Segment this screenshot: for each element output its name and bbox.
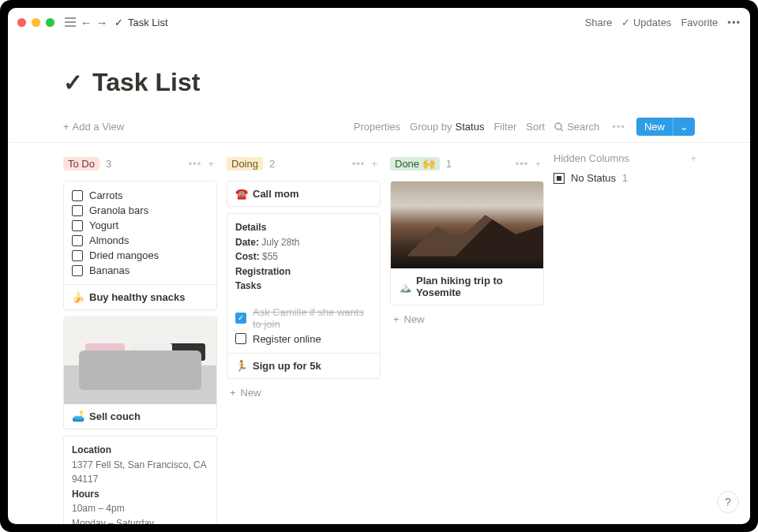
checkbox-checked-icon[interactable]: ✓: [235, 313, 246, 324]
view-more-icon[interactable]: •••: [609, 121, 629, 133]
column-done-label[interactable]: Done 🙌: [390, 157, 440, 170]
checklist-item-label: Bananas: [89, 264, 129, 276]
card-sell-couch[interactable]: 🛋️ Sell couch: [63, 317, 217, 429]
column-add-icon[interactable]: +: [368, 158, 381, 170]
page-title[interactable]: Task List: [92, 68, 200, 97]
cost-value: $55: [262, 251, 278, 262]
sidebar-toggle-icon[interactable]: [62, 17, 78, 27]
checkbox-icon[interactable]: [72, 235, 83, 246]
zoom-window-icon[interactable]: [46, 18, 54, 27]
add-card-button[interactable]: + New: [227, 379, 381, 406]
location-value: 1377 Fell St, San Francisco, CA 94117: [72, 458, 208, 487]
column-todo: To Do 3 ••• + CarrotsGranola barsYogurtA…: [63, 152, 217, 524]
subtask-label: Ask Camille if she wants to join: [253, 306, 372, 330]
phone-icon: ☎️: [235, 188, 248, 200]
favorite-button[interactable]: Favorite: [681, 17, 718, 28]
card-title: Buy healthy snacks: [89, 291, 185, 303]
help-button[interactable]: ?: [717, 491, 739, 513]
checklist-row[interactable]: Dried mangoes: [72, 248, 208, 263]
column-more-icon[interactable]: •••: [186, 158, 205, 170]
cost-label: Cost:: [235, 251, 260, 262]
couch-icon: 🛋️: [72, 410, 84, 422]
chevron-down-icon[interactable]: ⌄: [673, 118, 695, 136]
card-buy-snacks[interactable]: CarrotsGranola barsYogurtAlmondsDried ma…: [63, 181, 217, 310]
window-titlebar: ← → ✓ Task List Share ✓ Updates Favorite…: [8, 8, 750, 36]
checklist-row[interactable]: Yogurt: [72, 218, 208, 233]
nav-forward-icon[interactable]: →: [94, 16, 110, 29]
card-title: Sell couch: [89, 410, 141, 422]
checkbox-icon[interactable]: [72, 265, 83, 276]
add-card-label: New: [241, 387, 261, 399]
checkbox-icon[interactable]: [72, 205, 83, 216]
column-add-icon[interactable]: +: [531, 158, 544, 170]
checklist-item-label: Yogurt: [89, 219, 118, 231]
column-more-icon[interactable]: •••: [512, 158, 532, 170]
group-by-button[interactable]: Group by Status: [410, 121, 484, 133]
location-label: Location: [72, 443, 208, 458]
no-status-icon: [553, 173, 565, 184]
share-button[interactable]: Share: [585, 17, 613, 28]
column-add-icon[interactable]: +: [205, 158, 217, 170]
checkbox-icon[interactable]: [72, 220, 83, 231]
column-doing-label[interactable]: Doing: [227, 157, 263, 170]
nav-back-icon[interactable]: ←: [78, 16, 94, 29]
search-button[interactable]: Search: [554, 121, 599, 133]
no-status-label: No Status: [571, 172, 616, 184]
breadcrumb[interactable]: ✓ Task List: [114, 17, 168, 28]
registration-label: Registration: [235, 264, 372, 279]
add-card-label: New: [404, 313, 425, 325]
plus-icon: +: [230, 387, 236, 399]
hours-label: Hours: [72, 487, 208, 502]
card-sign-up-5k[interactable]: Details Date: July 28th Cost: $55 Regist…: [227, 213, 381, 379]
date-label: Date:: [235, 237, 259, 248]
mountain-icon: 🏔️: [399, 281, 411, 293]
column-more-icon[interactable]: •••: [349, 158, 369, 170]
traffic-lights: [17, 18, 54, 27]
svg-point-3: [555, 123, 561, 129]
minimize-window-icon[interactable]: [32, 18, 40, 27]
group-by-value: Status: [456, 121, 485, 133]
runner-icon: 🏃: [235, 360, 248, 372]
card-title: Plan hiking trip to Yosemite: [416, 275, 535, 298]
updates-button[interactable]: ✓ Updates: [621, 17, 671, 28]
properties-button[interactable]: Properties: [354, 121, 400, 133]
card-title: Call mom: [253, 188, 299, 200]
sort-button[interactable]: Sort: [526, 121, 545, 133]
checklist-row[interactable]: Granola bars: [72, 203, 208, 218]
column-done-count: 1: [446, 158, 452, 170]
search-label: Search: [567, 121, 599, 133]
filter-button[interactable]: Filter: [493, 121, 516, 133]
checklist-row[interactable]: Bananas: [72, 263, 208, 278]
checklist-item-label: Almonds: [89, 234, 129, 246]
hours-line-2: Monday – Saturday: [72, 516, 208, 524]
column-doing-count: 2: [269, 158, 275, 170]
checkbox-icon[interactable]: [72, 250, 83, 261]
more-menu-icon[interactable]: •••: [727, 17, 741, 28]
page-icon[interactable]: ✓: [63, 69, 83, 96]
tasks-label: Tasks: [235, 279, 372, 294]
add-card-button[interactable]: + New: [390, 305, 544, 333]
column-todo-label[interactable]: To Do: [63, 157, 99, 170]
plus-icon: +: [63, 121, 69, 133]
card-yosemite[interactable]: 🏔️ Plan hiking trip to Yosemite: [390, 181, 544, 305]
card-call-mom[interactable]: ☎️ Call mom: [227, 181, 381, 207]
new-button[interactable]: New ⌄: [636, 118, 695, 136]
yosemite-image: [391, 182, 543, 268]
updates-icon: ✓: [621, 17, 630, 28]
add-view-button[interactable]: + Add a View: [63, 121, 124, 133]
card-renew-license[interactable]: Location 1377 Fell St, San Francisco, CA…: [63, 436, 217, 524]
subtask-row[interactable]: ✓ Ask Camille if she wants to join: [235, 305, 372, 332]
breadcrumb-title: Task List: [128, 17, 168, 28]
date-value: July 28th: [261, 237, 299, 248]
hidden-columns-heading: Hidden Columns: [553, 152, 629, 164]
add-hidden-column-icon[interactable]: +: [687, 152, 700, 164]
subtask-row[interactable]: Register online: [235, 332, 372, 347]
hidden-column-no-status[interactable]: No Status 1: [553, 172, 700, 184]
checkbox-icon[interactable]: [72, 190, 83, 201]
checkbox-icon[interactable]: [235, 333, 246, 344]
svg-line-4: [561, 129, 563, 131]
checklist-row[interactable]: Almonds: [72, 233, 208, 248]
checklist-row[interactable]: Carrots: [72, 188, 208, 203]
group-by-label: Group by: [410, 121, 452, 133]
close-window-icon[interactable]: [17, 18, 26, 27]
